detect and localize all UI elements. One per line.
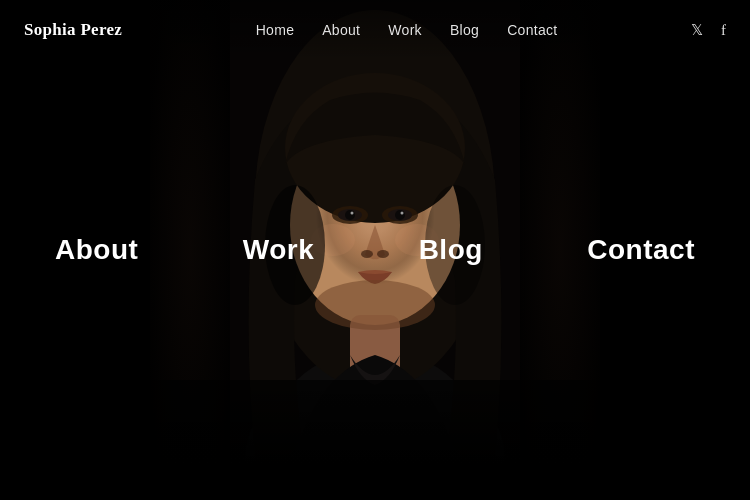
site-logo: Sophia Perez — [24, 20, 122, 40]
social-links: 𝕏 f — [691, 21, 726, 39]
twitter-icon[interactable]: 𝕏 — [691, 21, 703, 39]
nav-links: Home About Work Blog Contact — [256, 21, 558, 39]
nav-contact[interactable]: Contact — [507, 22, 557, 38]
svg-point-21 — [315, 280, 435, 330]
big-nav-blog[interactable]: Blog — [419, 234, 483, 266]
nav-about[interactable]: About — [322, 22, 360, 38]
big-nav-work[interactable]: Work — [243, 234, 315, 266]
svg-point-12 — [345, 210, 355, 220]
svg-point-13 — [395, 210, 405, 220]
big-nav-about[interactable]: About — [55, 234, 138, 266]
navbar: Sophia Perez Home About Work Blog Contac… — [0, 0, 750, 60]
facebook-icon[interactable]: f — [721, 22, 726, 39]
big-nav-contact[interactable]: Contact — [587, 234, 695, 266]
bottom-overlay — [0, 380, 750, 500]
nav-blog[interactable]: Blog — [450, 22, 479, 38]
hero-container: Sophia Perez Home About Work Blog Contac… — [0, 0, 750, 500]
big-nav: About Work Blog Contact — [0, 234, 750, 266]
svg-point-15 — [401, 212, 404, 215]
nav-work[interactable]: Work — [388, 22, 422, 38]
nav-home[interactable]: Home — [256, 22, 295, 38]
svg-point-14 — [351, 212, 354, 215]
